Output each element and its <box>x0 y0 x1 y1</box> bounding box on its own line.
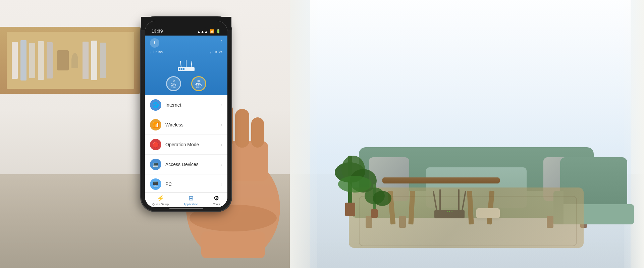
quick-setup-icon: ⚡ <box>157 195 164 202</box>
menu-item-pc[interactable]: 🖥️ PC › <box>145 174 227 192</box>
menu-item-operation-mode[interactable]: 🔴 Operation Mode › <box>145 135 227 155</box>
tab-quick-setup[interactable]: ⚡ Quick Setup <box>152 195 169 206</box>
bottom-tab-bar: ⚡ Quick Setup ⊞ Application ⚙ Tools <box>145 192 227 207</box>
cpu-metric: ⚙ 1% CPU <box>166 76 181 91</box>
app-content: ℹ ↑ ↑ 1 KB/s ↓ 0 KB/s <box>145 36 227 207</box>
pc-chevron: › <box>221 181 222 187</box>
tab-tools[interactable]: ⚙ Tools <box>213 195 220 206</box>
svg-rect-1 <box>179 68 180 70</box>
app-header-row: ℹ ↑ <box>150 38 222 48</box>
router-illustration <box>174 58 198 73</box>
application-label: Application <box>183 203 198 206</box>
svg-rect-14 <box>201 231 265 258</box>
rug-pattern <box>359 196 577 246</box>
menu-list: 🌐 Internet › 📶 Wireless › 🔴 Operation Mo… <box>145 95 227 192</box>
ram-icon: ▦ <box>197 79 200 83</box>
operation-mode-chevron: › <box>221 142 222 147</box>
plant-small <box>373 184 376 218</box>
svg-line-6 <box>191 61 192 67</box>
background-scene: 13:39 ▲▲▲ 📶 🔋 ℹ <box>0 0 644 268</box>
quick-setup-label: Quick Setup <box>152 203 169 206</box>
tools-label: Tools <box>213 203 220 206</box>
internet-label: Internet <box>165 102 221 108</box>
wireless-icon: 📶 <box>150 119 161 130</box>
operation-mode-label: Operation Mode <box>165 142 221 147</box>
wifi-icon: 📶 <box>210 29 214 34</box>
pc-icon: 🖥️ <box>150 178 161 190</box>
phone-body: 13:39 ▲▲▲ 📶 🔋 ℹ <box>141 17 231 211</box>
wireless-label: Wireless <box>165 122 221 127</box>
svg-line-4 <box>180 61 181 67</box>
info-button[interactable]: ℹ <box>150 38 159 48</box>
ram-metric: ▦ 49% RAM <box>191 76 206 91</box>
menu-item-wireless[interactable]: 📶 Wireless › <box>145 115 227 135</box>
status-time: 13:39 <box>152 29 163 34</box>
svg-rect-13 <box>251 117 264 148</box>
metrics-row: ⚙ 1% CPU ▦ 49% RAM <box>166 76 206 91</box>
operation-mode-icon: 🔴 <box>150 139 161 150</box>
wireless-chevron: › <box>221 122 222 127</box>
speed-row: ↑ 1 KB/s ↓ 0 KB/s <box>150 50 222 54</box>
internet-icon: 🌐 <box>150 99 161 111</box>
access-devices-icon: 💻 <box>150 159 161 170</box>
internet-chevron: › <box>221 102 222 108</box>
svg-rect-2 <box>181 68 182 70</box>
menu-item-access-devices[interactable]: 💻 Access Devices › <box>145 155 227 174</box>
home-indicator <box>169 208 203 209</box>
plant-large <box>348 156 352 216</box>
svg-rect-3 <box>183 68 184 70</box>
tab-application[interactable]: ⊞ Application <box>183 195 198 206</box>
phone-notch <box>166 21 206 30</box>
access-devices-label: Access Devices <box>165 162 221 167</box>
pc-label: PC <box>165 181 221 187</box>
wall-shelf <box>0 27 141 94</box>
menu-item-internet[interactable]: 🌐 Internet › <box>145 95 227 115</box>
access-devices-chevron: › <box>221 162 222 167</box>
share-icon[interactable]: ↑ <box>220 38 222 48</box>
upload-speed: ↑ 1 KB/s <box>150 50 163 54</box>
app-topbar: ℹ ↑ ↑ 1 KB/s ↓ 0 KB/s <box>145 36 227 95</box>
download-speed: ↓ 0 KB/s <box>210 50 222 54</box>
tools-icon: ⚙ <box>214 195 219 202</box>
application-icon: ⊞ <box>189 195 194 202</box>
cpu-icon: ⚙ <box>172 79 175 83</box>
phone-screen: 13:39 ▲▲▲ 📶 🔋 ℹ <box>145 21 227 207</box>
phone-mockup: 13:39 ▲▲▲ 📶 🔋 ℹ <box>141 17 252 252</box>
svg-rect-12 <box>235 109 249 148</box>
battery-icon: 🔋 <box>216 29 221 34</box>
